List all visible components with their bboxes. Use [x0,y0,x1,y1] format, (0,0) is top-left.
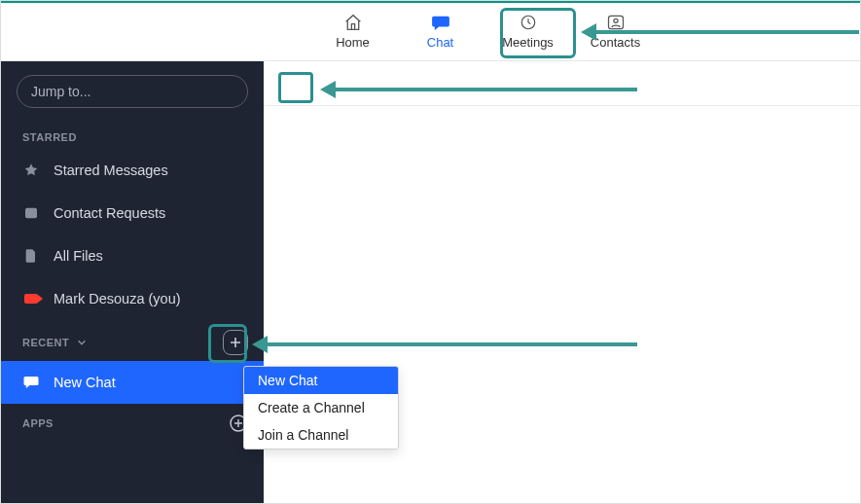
menu-item-create-channel[interactable]: Create a Channel [244,394,398,421]
self-user-label: Mark Desouza (you) [54,291,181,306]
section-recent-header: RECENT [1,320,264,361]
new-chat-label: New Chat [54,375,116,390]
nav-contacts-label: Contacts [591,35,640,50]
recent-add-button[interactable] [223,330,248,355]
chat-icon [430,14,451,31]
clock-icon [518,14,539,31]
recent-plus-context-menu: New Chat Create a Channel Join a Channel [243,366,399,450]
section-apps-header: APPS [1,404,264,439]
camera-icon [22,290,40,307]
sidebar-item-new-chat[interactable]: New Chat [1,361,264,404]
starred-messages-label: Starred Messages [54,162,168,178]
nav-chat-label: Chat [427,35,453,50]
nav-meetings-label: Meetings [502,35,554,50]
section-recent-label: RECENT [22,337,69,348]
nav-chat[interactable]: Chat [397,3,484,60]
sidebar-item-starred-messages[interactable]: Starred Messages [1,149,264,192]
menu-item-new-chat[interactable]: New Chat [244,367,398,394]
nav-contacts[interactable]: Contacts [572,3,660,60]
all-files-label: All Files [54,248,103,264]
person-card-icon [22,204,40,222]
nav-meetings[interactable]: Meetings [484,3,572,60]
to-label: To [281,75,297,91]
menu-item-join-channel[interactable]: Join a Channel [244,421,398,449]
contact-requests-label: Contact Requests [54,205,165,221]
app-body: STARRED Starred Messages Contact Request… [1,61,860,503]
sidebar-item-all-files[interactable]: All Files [1,234,264,277]
svg-rect-3 [25,208,37,219]
contact-icon [605,14,627,31]
jump-to-container [17,75,248,108]
home-icon [342,14,364,31]
chat-bubble-icon [22,374,40,391]
top-navigation: Home Chat Meetings Contacts [1,1,860,61]
nav-home[interactable]: Home [309,3,397,60]
star-icon [22,162,40,179]
svg-point-2 [613,18,617,22]
app-root: Home Chat Meetings Contacts [0,0,861,504]
nav-home-label: Home [336,35,370,50]
chevron-down-icon[interactable] [77,338,87,347]
compose-to-bar[interactable]: To [264,61,860,106]
top-navigation-items: Home Chat Meetings Contacts [309,3,660,60]
section-apps-label: APPS [22,417,54,429]
jump-to-input[interactable] [17,75,248,108]
sidebar: STARRED Starred Messages Contact Request… [1,61,264,503]
section-starred-label: STARRED [1,120,264,149]
file-icon [22,247,40,265]
sidebar-item-contact-requests[interactable]: Contact Requests [1,192,264,234]
sidebar-item-self-user[interactable]: Mark Desouza (you) [1,277,264,320]
